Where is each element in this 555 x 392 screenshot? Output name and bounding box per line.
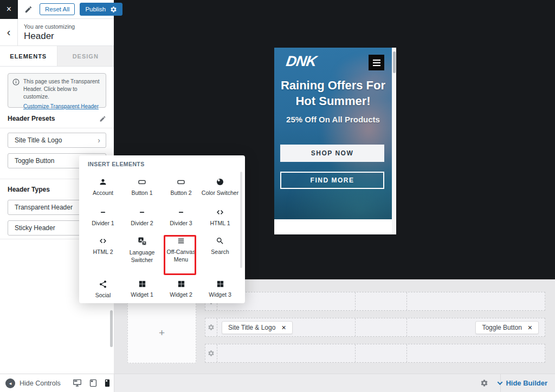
hero-footer-strip (274, 219, 392, 234)
divider-icon (138, 208, 146, 217)
builder-row-primary[interactable]: Site Title & Logo × Toggle Button × (205, 318, 545, 337)
element-account[interactable]: Account (83, 173, 122, 203)
device-preview-switcher (73, 379, 110, 387)
element-color-switcher[interactable]: Color Switcher (201, 173, 240, 203)
desktop-preview-icon[interactable] (73, 379, 82, 387)
element-widget-1[interactable]: Widget 1 (122, 275, 162, 305)
cell-divider (355, 318, 356, 336)
hide-controls-label[interactable]: Hide Controls (20, 380, 61, 387)
row-settings-button[interactable] (205, 344, 217, 362)
site-logo[interactable]: DNK (285, 53, 318, 70)
element-off-canvas-menu[interactable]: Off-Canvas Menu (162, 232, 201, 275)
controls-footer: ◂ Hide Controls (0, 374, 114, 392)
code-icon (99, 237, 107, 245)
popup-title: INSERT ELEMENTS (88, 161, 145, 167)
element-label: Search (211, 249, 229, 256)
preview-scrollbar[interactable] (392, 48, 396, 234)
customizing-header-bar: ‹ You are customizing Header (0, 19, 114, 46)
tablet-preview-icon[interactable] (89, 379, 97, 387)
hero-heading: Raining Offers For Hot Summer! (274, 77, 392, 109)
panel-tabs: ELEMENTS DESIGN (0, 46, 114, 67)
pencil-icon[interactable] (99, 115, 106, 122)
hide-builder-label: Hide Builder (506, 379, 547, 387)
builder-row-below[interactable] (205, 344, 545, 363)
builder-row-above[interactable] (205, 292, 545, 311)
shop-now-button[interactable]: SHOP NOW (280, 145, 384, 162)
element-divider-3[interactable]: Divider 3 (162, 203, 201, 232)
element-label: Widget 3 (209, 291, 231, 299)
element-label: Button 2 (170, 190, 191, 197)
publish-button[interactable]: Publish (80, 3, 122, 16)
mobile-menu-toggle[interactable] (369, 55, 384, 70)
hero-heading-line2: Hot Summer! (274, 93, 392, 109)
element-grid: Account Button 1 Button 2 Color Switcher… (83, 173, 240, 305)
find-more-button[interactable]: FIND MORE (280, 172, 384, 189)
element-button-1[interactable]: Button 1 (122, 173, 162, 203)
remove-icon[interactable]: × (528, 324, 532, 331)
element-html-2[interactable]: HTML 2 (83, 232, 122, 275)
element-label: Account (93, 190, 113, 197)
item-label: Transparent Header (15, 204, 73, 211)
notice-body: This page uses the Transparent Header. C… (23, 78, 101, 107)
element-search[interactable]: Search (201, 232, 240, 275)
element-label: Divider 3 (170, 220, 192, 227)
gear-icon (208, 324, 215, 331)
element-widget-3[interactable]: Widget 3 (201, 275, 240, 305)
hero-section: DNK Raining Offers For Hot Summer! 25% O… (274, 48, 392, 234)
divider (0, 128, 114, 128)
cell-divider (355, 344, 356, 362)
hide-builder-button[interactable]: Hide Builder (498, 374, 547, 392)
gear-icon[interactable] (110, 6, 117, 13)
close-customizer-button[interactable]: × (0, 0, 18, 19)
color-switcher-icon (216, 178, 224, 186)
customize-transparent-header-link[interactable]: Customize Transparent Header (23, 103, 99, 109)
offcanvas-drop-zone[interactable]: + (127, 302, 196, 363)
chip-site-title-logo[interactable]: Site Title & Logo × (222, 321, 293, 334)
button-icon (137, 178, 147, 186)
element-label: Widget 2 (170, 291, 192, 299)
chip-label: Site Title & Logo (228, 324, 275, 331)
builder-footer: Hide Builder (114, 374, 555, 392)
hamburger-icon (177, 237, 185, 245)
sidebar-item-site-title-logo[interactable]: Site Title & Logo › (8, 133, 106, 148)
item-label: Site Title & Logo (15, 136, 62, 144)
back-button[interactable]: ‹ (0, 19, 18, 45)
preview-scrollbar-thumb[interactable] (393, 51, 396, 73)
sidebar-scrollbar-thumb[interactable] (110, 310, 113, 347)
element-widget-2[interactable]: Widget 2 (162, 275, 201, 305)
element-label: HTML 2 (93, 249, 113, 256)
row-settings-button[interactable] (205, 318, 217, 336)
share-icon (99, 280, 107, 289)
element-divider-2[interactable]: Divider 2 (122, 203, 162, 232)
remove-icon[interactable]: × (281, 324, 286, 331)
widget-icon (216, 280, 224, 288)
element-language-switcher[interactable]: Language Switcher (122, 232, 162, 275)
pencil-icon[interactable] (24, 5, 33, 14)
reset-all-button[interactable]: Reset All (40, 3, 75, 15)
chip-toggle-button[interactable]: Toggle Button × (475, 321, 539, 334)
element-label: Language Switcher (122, 249, 162, 264)
item-label: Sticky Header (15, 224, 55, 232)
tab-design[interactable]: DESIGN (57, 46, 114, 66)
element-label: Off-Canvas Menu (162, 249, 201, 263)
hero-heading-line1: Raining Offers For (274, 77, 392, 93)
popup-scrollbar-thumb[interactable] (240, 172, 242, 268)
element-divider-1[interactable]: Divider 1 (83, 203, 122, 232)
element-html-1[interactable]: HTML 1 (201, 203, 240, 232)
search-icon (216, 237, 224, 245)
collapse-icon[interactable]: ◂ (5, 378, 15, 388)
element-label: Color Switcher (202, 190, 238, 197)
customizer-topbar: × Reset All Publish (0, 0, 114, 19)
customizing-label: You are customizing (24, 23, 75, 30)
mobile-preview-icon-active[interactable] (105, 379, 110, 387)
info-icon (12, 79, 20, 107)
gear-icon (480, 379, 488, 387)
add-element-icon: + (159, 327, 165, 339)
builder-settings-button[interactable] (480, 379, 488, 387)
panel-title: Header (24, 31, 75, 42)
cell-divider (217, 344, 217, 362)
gear-icon (208, 350, 215, 357)
tab-elements[interactable]: ELEMENTS (0, 46, 57, 66)
element-button-2[interactable]: Button 2 (162, 173, 201, 203)
element-social[interactable]: Social (83, 275, 122, 305)
